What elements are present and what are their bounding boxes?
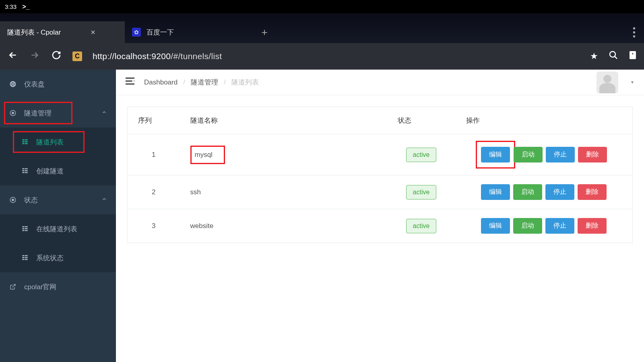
svg-rect-25 [22, 255, 24, 256]
browser-menu-button[interactable] [624, 21, 644, 43]
delete-button[interactable]: 删除 [578, 184, 607, 200]
search-icon[interactable] [609, 50, 618, 62]
delete-button[interactable]: 删除 [578, 218, 607, 234]
svg-point-18 [12, 199, 14, 201]
url-host: http://localhost:9200 [93, 51, 171, 61]
svg-rect-8 [25, 141, 28, 142]
sidebar: 仪表盘 隧道管理 隧道列表 [0, 70, 116, 362]
cell-seq: 2 [128, 175, 180, 209]
svg-marker-34 [132, 80, 135, 82]
start-button[interactable]: 启动 [513, 218, 542, 234]
edit-button[interactable]: 编辑 [481, 218, 510, 234]
svg-rect-15 [22, 172, 24, 173]
reload-button[interactable] [51, 50, 62, 62]
breadcrumb-current: 隧道列表 [231, 78, 259, 87]
status-badge: active [406, 148, 437, 162]
svg-rect-5 [22, 139, 24, 140]
edit-button[interactable]: 编辑 [481, 147, 510, 162]
external-link-icon [9, 284, 17, 290]
sidebar-item-create-tunnel[interactable]: 创建隧道 [0, 156, 116, 185]
svg-rect-26 [25, 255, 28, 256]
target-icon [9, 196, 17, 204]
cell-status: active [387, 209, 456, 243]
sidebar-item-tunnel-mgmt[interactable]: 隧道管理 [0, 99, 116, 128]
cell-seq: 3 [128, 209, 180, 243]
chevron-up-icon [101, 196, 107, 204]
breadcrumb-item[interactable]: Dashboard [144, 78, 178, 86]
browser-tab-strip: 隧道列表 - Cpolar × ✿ 百度一下 + [0, 13, 644, 43]
col-seq: 序列 [128, 107, 180, 134]
svg-rect-33 [126, 84, 134, 85]
svg-rect-12 [25, 168, 28, 169]
svg-rect-27 [22, 257, 24, 258]
edit-button[interactable]: 编辑 [481, 184, 510, 200]
svg-rect-29 [22, 259, 24, 260]
svg-rect-7 [22, 141, 24, 142]
svg-rect-11 [22, 168, 24, 169]
sidebar-item-cpolar-site[interactable]: cpolar官网 [0, 272, 116, 301]
forward-button[interactable] [29, 50, 40, 63]
delete-button[interactable]: 删除 [578, 147, 607, 162]
cell-action: 编辑启动停止删除 [456, 175, 633, 209]
bookmarks-icon[interactable] [629, 50, 637, 62]
sidebar-item-status[interactable]: 状态 [0, 185, 116, 214]
close-icon[interactable]: × [91, 28, 95, 37]
svg-rect-19 [22, 226, 24, 227]
topbar: Dashboard / 隧道管理 / 隧道列表 ▼ [116, 70, 644, 95]
baidu-favicon-icon: ✿ [132, 28, 141, 37]
cell-name: mysql [180, 134, 387, 175]
sidebar-item-label: 隧道列表 [36, 138, 64, 147]
back-button[interactable] [7, 50, 19, 63]
browser-tab-active[interactable]: 隧道列表 - Cpolar × [0, 21, 125, 43]
clock: 3:33 [5, 3, 17, 10]
new-tab-button[interactable]: + [254, 21, 275, 43]
sidebar-item-online-tunnels[interactable]: 在线隧道列表 [0, 214, 116, 243]
status-badge: active [406, 219, 437, 233]
tab-title: 隧道列表 - Cpolar [7, 28, 61, 37]
browser-toolbar: C http://localhost:9200/#/tunnels/list ★ [0, 43, 644, 70]
main-content: Dashboard / 隧道管理 / 隧道列表 ▼ 序列 隧道名称 状态 操作 [116, 70, 644, 362]
start-button[interactable]: 启动 [514, 147, 543, 162]
browser-tab-inactive[interactable]: ✿ 百度一下 [125, 21, 254, 43]
sidebar-toggle-icon[interactable] [126, 77, 134, 87]
cell-name: website [180, 209, 387, 243]
cell-action: 编辑启动停止删除 [456, 134, 633, 175]
table-row: 1mysqlactive编辑启动停止删除 [128, 134, 633, 175]
terminal-icon: >_ [22, 3, 29, 10]
sidebar-item-tunnel-list[interactable]: 隧道列表 [0, 128, 116, 156]
stop-button[interactable]: 停止 [546, 147, 575, 162]
sidebar-item-label: 隧道管理 [24, 109, 52, 118]
grid-icon [21, 139, 29, 145]
sidebar-item-dashboard[interactable]: 仪表盘 [0, 70, 116, 99]
target-icon [9, 109, 17, 117]
sidebar-item-label: 在线隧道列表 [36, 224, 77, 234]
stop-button[interactable]: 停止 [545, 218, 574, 234]
svg-point-0 [610, 51, 615, 57]
tunnels-table: 序列 隧道名称 状态 操作 1mysqlactive编辑启动停止删除2sshac… [127, 107, 633, 243]
svg-rect-16 [25, 172, 28, 173]
svg-rect-1 [630, 51, 636, 59]
svg-rect-10 [25, 143, 28, 144]
cell-seq: 1 [128, 134, 180, 175]
bookmark-star-icon[interactable]: ★ [590, 51, 598, 62]
tab-title: 百度一下 [147, 28, 174, 37]
col-action: 操作 [456, 107, 633, 134]
cell-action: 编辑启动停止删除 [456, 209, 633, 243]
cell-status: active [387, 134, 456, 175]
breadcrumb-item[interactable]: 隧道管理 [191, 78, 218, 87]
avatar[interactable] [597, 72, 618, 93]
sidebar-item-label: 仪表盘 [24, 80, 45, 89]
stop-button[interactable]: 停止 [545, 184, 574, 200]
address-bar[interactable]: http://localhost:9200/#/tunnels/list [93, 51, 580, 61]
svg-rect-23 [22, 230, 24, 231]
chevron-down-icon[interactable]: ▼ [630, 80, 634, 84]
status-badge: active [406, 185, 437, 200]
sidebar-item-system-status[interactable]: 系统状态 [0, 243, 116, 272]
svg-rect-30 [25, 259, 28, 260]
svg-rect-9 [22, 143, 24, 144]
start-button[interactable]: 启动 [513, 184, 542, 200]
col-status: 状态 [387, 107, 456, 134]
svg-rect-14 [25, 170, 28, 171]
svg-rect-24 [25, 230, 28, 231]
cell-status: active [387, 175, 456, 209]
